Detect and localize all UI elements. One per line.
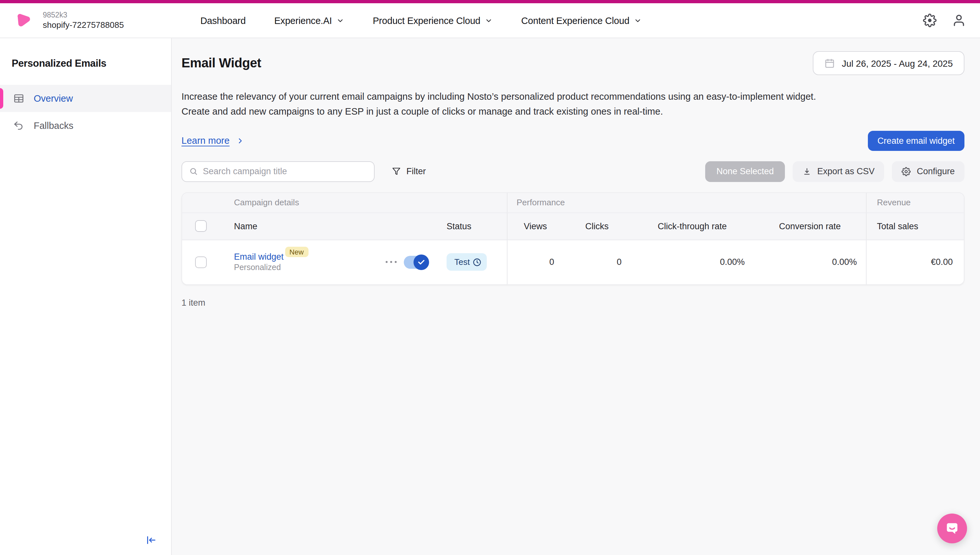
status-label: Test	[454, 257, 470, 267]
nav-item-experience-ai[interactable]: Experience.AI	[274, 15, 344, 26]
sidebar: Personalized Emails Overview Fallbacks	[0, 38, 172, 555]
nosto-logo-icon	[14, 11, 32, 29]
filter-label: Filter	[406, 167, 426, 176]
row-checkbox[interactable]	[195, 257, 207, 268]
status-badge[interactable]: Test	[447, 253, 487, 271]
settings-gear-icon[interactable]	[923, 14, 937, 27]
new-badge: New	[285, 247, 308, 257]
cell-clicks: 0	[563, 240, 631, 284]
chat-launcher-button[interactable]	[937, 513, 967, 543]
chevron-down-icon	[485, 16, 492, 24]
filter-funnel-icon	[392, 167, 401, 176]
column-header-clicks: Clicks	[563, 213, 631, 240]
campaign-search[interactable]	[182, 161, 375, 182]
chevron-down-icon	[336, 16, 344, 24]
active-accent-bar	[0, 88, 3, 109]
clock-icon	[473, 258, 481, 267]
collapse-sidebar-button[interactable]	[145, 534, 157, 546]
user-profile-icon[interactable]	[952, 14, 966, 27]
sidebar-item-label: Overview	[34, 93, 73, 104]
check-icon	[417, 258, 425, 266]
group-header-revenue: Revenue	[866, 193, 964, 212]
configure-button[interactable]: Configure	[892, 161, 964, 182]
table-column-header: Name Status Views Clicks Click-through r…	[182, 213, 964, 240]
nav-item-dashboard[interactable]: Dashboard	[200, 15, 246, 26]
search-icon	[189, 167, 198, 176]
account-name: shopify-72275788085	[43, 20, 124, 30]
learn-more-label: Learn more	[182, 136, 229, 146]
date-range-label: Jul 26, 2025 - Aug 24, 2025	[842, 58, 953, 68]
sidebar-item-overview[interactable]: Overview	[0, 85, 171, 112]
filter-button[interactable]: Filter	[392, 167, 426, 176]
export-csv-button[interactable]: Export as CSV	[793, 161, 884, 182]
column-header-name: Name	[221, 213, 378, 240]
main-nav: Dashboard Experience.AI Product Experien…	[200, 15, 642, 26]
sidebar-item-fallbacks[interactable]: Fallbacks	[0, 112, 171, 139]
none-selected-button[interactable]: None Selected	[705, 161, 785, 182]
export-csv-label: Export as CSV	[817, 167, 875, 176]
calendar-icon	[824, 58, 835, 68]
create-email-widget-button[interactable]: Create email widget	[867, 131, 964, 151]
row-menu-button[interactable]	[384, 257, 397, 267]
page-title: Email Widget	[182, 56, 261, 71]
nav-item-content-experience-cloud[interactable]: Content Experience Cloud	[521, 15, 642, 26]
brand[interactable]: 9852k3 shopify-72275788085	[14, 10, 124, 30]
table-group-header: Campaign details Performance Revenue	[182, 193, 964, 213]
cell-conversion-rate: 0.00%	[754, 240, 866, 284]
description-line-2: Create and add new campaigns to any ESP …	[182, 104, 964, 120]
sidebar-title: Personalized Emails	[0, 38, 171, 85]
toggle-knob	[414, 255, 429, 270]
learn-more-link[interactable]: Learn more	[182, 136, 244, 146]
undo-arrow-icon	[13, 120, 25, 132]
table-row: Email widget New Personalized	[182, 240, 964, 284]
account-id: 9852k3	[43, 10, 124, 20]
column-header-status: Status	[440, 213, 507, 240]
items-count: 1 item	[182, 298, 964, 308]
column-header-total-sales: Total sales	[866, 213, 964, 240]
cell-ctr: 0.00%	[631, 240, 754, 284]
gear-icon	[902, 167, 911, 176]
app-window: 9852k3 shopify-72275788085 Dashboard Exp…	[0, 0, 980, 555]
chevron-right-icon	[237, 137, 244, 144]
nav-item-product-experience-cloud[interactable]: Product Experience Cloud	[373, 15, 492, 26]
topbar-accent-stripe	[0, 0, 980, 3]
campaign-subtitle: Personalized	[234, 263, 308, 272]
sidebar-item-label: Fallbacks	[34, 120, 74, 131]
column-header-ctr: Click-through rate	[631, 213, 754, 240]
date-range-picker[interactable]: Jul 26, 2025 - Aug 24, 2025	[813, 51, 965, 75]
cell-total-sales: €0.00	[866, 240, 964, 284]
campaigns-table: Campaign details Performance Revenue Nam…	[182, 192, 964, 285]
chat-bubble-icon	[944, 520, 961, 537]
select-all-checkbox[interactable]	[195, 220, 207, 232]
table-grid-icon	[13, 93, 25, 104]
group-header-campaign-details: Campaign details	[182, 198, 507, 208]
collapse-left-icon	[145, 534, 157, 546]
cell-views: 0	[507, 240, 563, 284]
group-header-performance: Performance	[507, 193, 866, 212]
description-line-1: Increase the relevancy of your current e…	[182, 89, 964, 104]
chevron-down-icon	[634, 16, 642, 24]
topbar: 9852k3 shopify-72275788085 Dashboard Exp…	[0, 0, 980, 38]
search-input[interactable]	[203, 167, 367, 176]
page-description: Increase the relevancy of your current e…	[182, 89, 964, 120]
main-content: Email Widget Jul 26, 2025 - Aug 24, 2025…	[172, 38, 980, 555]
campaign-name-link[interactable]: Email widget	[234, 252, 283, 262]
download-icon	[802, 167, 811, 176]
configure-label: Configure	[917, 167, 955, 176]
column-header-conversion-rate: Conversion rate	[754, 213, 866, 240]
row-enabled-toggle[interactable]	[404, 256, 427, 269]
table-toolbar: Filter None Selected Export as CSV Confi…	[182, 161, 964, 182]
column-header-views: Views	[507, 213, 563, 240]
